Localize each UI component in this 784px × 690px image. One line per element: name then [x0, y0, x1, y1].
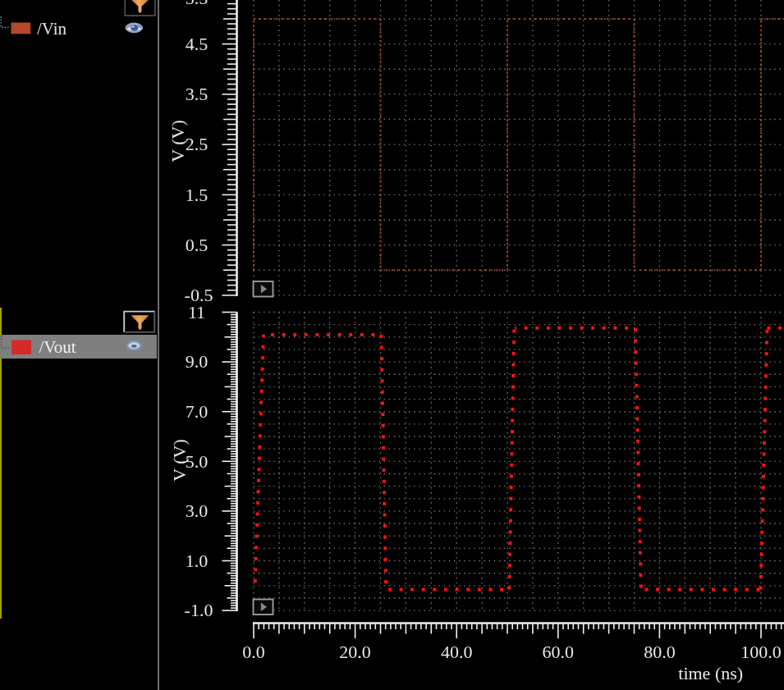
- svg-text:2.5: 2.5: [186, 134, 209, 154]
- svg-text:100.0: 100.0: [740, 642, 782, 662]
- svg-text:3.5: 3.5: [186, 84, 209, 104]
- svg-text:V (V): V (V): [167, 120, 188, 162]
- svg-text:20.0: 20.0: [339, 642, 371, 662]
- svg-text:7.0: 7.0: [186, 401, 209, 422]
- svg-text:11: 11: [188, 302, 205, 322]
- svg-text:9.0: 9.0: [186, 351, 209, 372]
- svg-text:-1.0: -1.0: [185, 600, 213, 620]
- svg-text:1.5: 1.5: [186, 185, 209, 205]
- svg-text:60.0: 60.0: [543, 642, 575, 662]
- svg-text:0.0: 0.0: [242, 642, 265, 662]
- svg-text:V (V): V (V): [169, 439, 190, 482]
- svg-text:4.5: 4.5: [186, 34, 209, 54]
- svg-text:3.0: 3.0: [186, 500, 209, 521]
- svg-text:40.0: 40.0: [441, 642, 473, 662]
- svg-text:5.5: 5.5: [186, 0, 209, 8]
- svg-text:time (ns): time (ns): [678, 663, 743, 683]
- svg-text:0.5: 0.5: [186, 235, 209, 255]
- svg-text:1.0: 1.0: [186, 551, 209, 571]
- svg-text:80.0: 80.0: [644, 642, 676, 662]
